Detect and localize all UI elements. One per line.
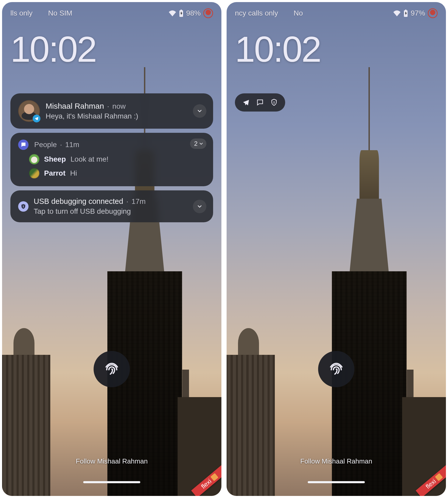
carrier-text-2: No (294, 9, 303, 17)
messages-app-icon (18, 140, 29, 150)
sender-avatar (18, 100, 40, 122)
lockscreen-clock: 10:02 (235, 31, 438, 67)
notification-time: 11m (65, 141, 79, 149)
conversation-row[interactable]: Sheep Look at me! (29, 154, 205, 164)
notification-body: Heya, it's Mishaal Rahman :) (46, 112, 205, 120)
notification-body: Tap to turn off USB debugging (34, 207, 205, 216)
contact-message: Hi (70, 169, 77, 177)
battery-percent: 98% (186, 9, 201, 17)
expand-button[interactable] (193, 200, 206, 213)
notification-time: 17m (131, 197, 145, 205)
home-indicator[interactable] (308, 481, 365, 483)
notification-title: USB debugging connected (34, 197, 123, 205)
flexi-box-icon (211, 473, 219, 481)
svg-point-2 (23, 205, 24, 206)
notification-sender: Mishaal Rahman (46, 102, 104, 110)
contact-name: Sheep (44, 155, 66, 163)
svg-rect-3 (23, 206, 24, 208)
status-bar: lls only No SIM 98% (10, 8, 213, 18)
wifi-icon (169, 10, 176, 16)
status-bar: ncy calls only No 97% (235, 8, 438, 18)
notification-telegram[interactable]: Mishaal Rahman · now Heya, it's Mishaal … (10, 93, 213, 129)
contact-avatar (29, 168, 39, 178)
user-switch-icon[interactable] (203, 8, 213, 18)
usb-debugging-icon (18, 201, 29, 212)
contact-avatar (29, 154, 39, 164)
shield-icon (270, 99, 278, 106)
notification-count: 2 (194, 140, 198, 147)
lockscreen-clock: 10:02 (10, 31, 213, 67)
phone-right: ncy calls only No 97% 10:02 (227, 2, 446, 496)
chat-icon (256, 99, 264, 106)
fingerprint-button[interactable] (318, 351, 354, 387)
flexi-box-icon (435, 473, 443, 481)
wifi-icon (393, 10, 401, 16)
notification-people[interactable]: People · 11m 2 Sheep Look at me! (10, 133, 213, 186)
svg-rect-5 (405, 10, 407, 11)
follow-caption: Follow Mishaal Rahman (300, 457, 372, 465)
carrier-text-1: ncy calls only (235, 9, 278, 17)
notification-mini-pill[interactable] (235, 93, 285, 112)
battery-icon (403, 10, 408, 17)
contact-message: Look at me! (71, 155, 108, 163)
contact-name: Parrot (44, 169, 65, 177)
svg-point-6 (274, 101, 275, 102)
carrier-text-2: No SIM (48, 9, 72, 17)
notification-usb-debugging[interactable]: USB debugging connected · 17m Tap to tur… (10, 190, 213, 222)
home-indicator[interactable] (83, 481, 140, 483)
battery-percent: 97% (411, 9, 425, 17)
svg-rect-1 (180, 10, 182, 11)
phone-left: lls only No SIM 98% 10:02 (2, 2, 221, 496)
notification-time: now (112, 102, 125, 110)
conversation-row[interactable]: Parrot Hi (29, 168, 205, 178)
telegram-icon (242, 99, 250, 106)
carrier-text-1: lls only (10, 9, 33, 17)
telegram-badge-icon (33, 115, 40, 122)
expand-count-button[interactable]: 2 (190, 139, 206, 149)
fingerprint-button[interactable] (94, 351, 130, 387)
user-switch-icon[interactable] (428, 8, 438, 18)
battery-icon (179, 10, 184, 17)
expand-button[interactable] (193, 104, 206, 118)
follow-caption: Follow Mishaal Rahman (76, 457, 148, 465)
notification-app: People (34, 141, 57, 149)
